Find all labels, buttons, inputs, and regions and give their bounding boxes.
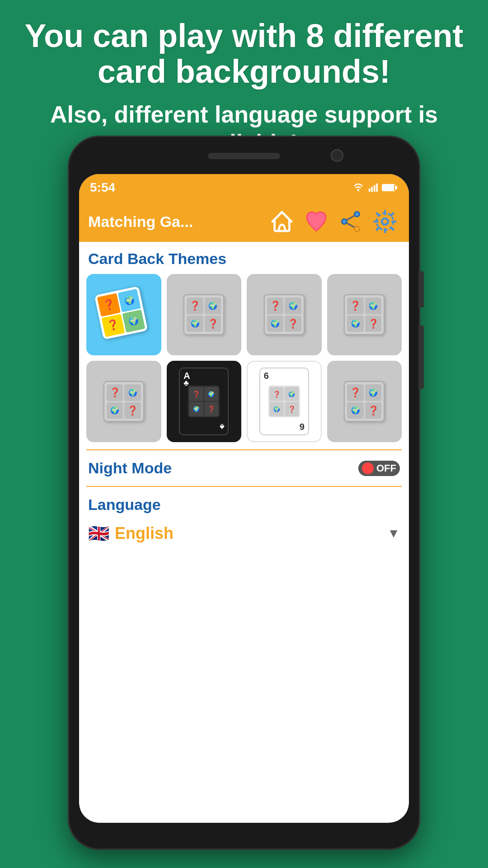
settings-button[interactable] (370, 207, 400, 236)
app-toolbar: Matching Ga... (79, 201, 409, 242)
app-background: You can play with 8 different card backg… (0, 0, 488, 868)
svg-point-11 (354, 226, 360, 232)
language-text: English (115, 524, 174, 543)
svg-rect-2 (371, 187, 373, 192)
card-theme-5[interactable]: ❓ 🌍 🌍 ❓ (86, 361, 161, 442)
language-left: 🇬🇧 English (88, 524, 174, 543)
night-mode-row[interactable]: Night Mode OFF (79, 450, 409, 486)
svg-point-10 (342, 219, 347, 224)
svg-rect-4 (376, 184, 378, 192)
home-icon (269, 209, 295, 234)
language-selector[interactable]: 🇬🇧 English ▼ (88, 518, 400, 549)
favorites-button[interactable] (301, 207, 331, 236)
screen-wrapper: 5:54 (79, 174, 409, 823)
white-card-top-left: 6 (264, 371, 269, 381)
night-mode-toggle[interactable]: OFF (358, 461, 400, 476)
svg-rect-3 (374, 185, 375, 192)
card-theme-2[interactable]: ❓ 🌍 🌍 ❓ (167, 274, 242, 355)
card-theme-1[interactable]: ❓ 🌍 ❓ 🌍 (86, 274, 161, 355)
card-theme-4[interactable]: ❓ 🌍 🌍 ❓ (327, 274, 402, 355)
gear-icon (372, 209, 398, 234)
language-label: Language (88, 496, 161, 513)
chevron-down-icon: ▼ (387, 526, 400, 541)
card-theme-8[interactable]: ❓ 🌍 🌍 ❓ (327, 361, 402, 442)
phone-button-volume (418, 271, 424, 307)
battery-icon (382, 183, 398, 192)
white-card-bottom-right: 9 (300, 422, 305, 432)
svg-rect-1 (369, 189, 371, 192)
svg-rect-8 (382, 184, 394, 191)
playing-card-suit: ♣ (183, 378, 189, 388)
phone-speaker (208, 153, 280, 159)
svg-line-12 (347, 216, 354, 220)
share-button[interactable] (336, 207, 366, 236)
night-mode-label: Night Mode (88, 459, 172, 477)
share-icon (338, 209, 363, 234)
card-theme-3[interactable]: ❓ 🌍 🌍 ❓ (247, 274, 322, 355)
phone-button-power (418, 326, 424, 389)
card-theme-7[interactable]: 6 ❓ 🌍 🌍 ❓ 9 (247, 361, 322, 442)
scrollable-content[interactable]: Card Back Themes ❓ 🌍 ❓ 🌍 (79, 242, 409, 823)
signal-icon (368, 183, 378, 193)
svg-rect-6 (395, 186, 397, 189)
wifi-icon (352, 183, 365, 193)
flag-icon: 🇬🇧 (88, 524, 109, 543)
card-back-themes-title: Card Back Themes (79, 242, 409, 274)
main-headline: You can play with 8 different card backg… (18, 18, 470, 90)
toggle-off-label: OFF (376, 462, 396, 474)
status-bar: 5:54 (79, 174, 409, 201)
phone-mockup: 5:54 (68, 136, 420, 850)
home-button[interactable] (267, 207, 297, 236)
status-time: 5:54 (90, 180, 115, 195)
toggle-dot (362, 462, 374, 474)
card-grid: ❓ 🌍 ❓ 🌍 ❓ 🌍 (79, 274, 409, 449)
phone-screen: 5:54 (79, 174, 409, 823)
card-theme-6[interactable]: A ♣ ❓ 🌍 🌍 ❓ ♠ (167, 361, 242, 442)
svg-point-0 (358, 190, 359, 192)
heart-icon (304, 209, 329, 234)
status-icons (352, 183, 398, 193)
phone-camera (331, 149, 343, 162)
svg-point-14 (382, 218, 388, 225)
app-title: Matching Ga... (88, 213, 263, 231)
svg-line-13 (347, 223, 354, 227)
playing-card-bottom-right: ♠ (220, 422, 225, 432)
language-section: Language 🇬🇧 English ▼ (79, 487, 409, 558)
svg-point-9 (354, 212, 360, 217)
